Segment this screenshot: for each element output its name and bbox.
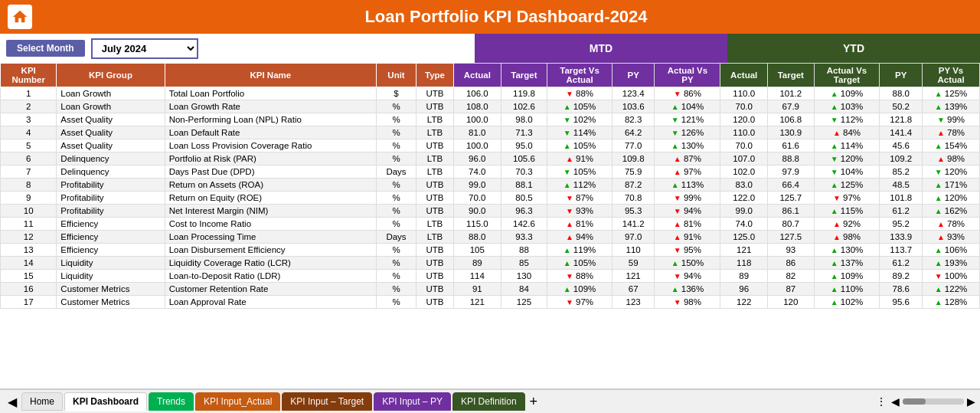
mtd-section-header: MTD	[590, 42, 612, 54]
cell-ytd-actual: 120.0	[720, 113, 768, 126]
cell-ytd-actual: 125.0	[720, 231, 768, 244]
cell-kpi-number: 6	[1, 152, 57, 166]
tab-kpi-definition[interactable]: KPI Definition	[452, 392, 525, 411]
up-arrow-icon: ▲	[833, 129, 841, 137]
cell-ytd-avst: ▲ 84%	[814, 126, 880, 139]
up-arrow-icon: ▲	[833, 220, 841, 228]
cell-ytd-actual: 96	[720, 283, 768, 296]
cell-mtd-target: 105.6	[501, 152, 547, 166]
cell-mtd-py: 121	[612, 270, 655, 283]
cell-unit: %	[377, 270, 416, 283]
cell-ytd-py: 61.2	[880, 205, 923, 218]
cell-ytd-pvsa: ▲ 171%	[923, 179, 980, 192]
up-arrow-icon: ▲	[564, 246, 571, 254]
cell-mtd-py: 70.8	[612, 192, 655, 205]
cell-mtd-actual: 88.0	[453, 231, 501, 244]
up-arrow-icon: ▲	[564, 103, 571, 111]
cell-kpi-name: Return on Assets (ROA)	[165, 179, 376, 192]
cell-kpi-number: 3	[1, 113, 57, 126]
cell-kpi-name: Total Loan Portfolio	[165, 87, 376, 100]
tab-kpi-input-actual[interactable]: KPI Input_Actual	[195, 392, 280, 411]
scroll-left-icon[interactable]: ◀	[891, 395, 900, 408]
up-arrow-icon: ▲	[831, 207, 838, 215]
cell-unit: %	[377, 139, 416, 152]
up-arrow-icon: ▲	[564, 259, 571, 267]
cell-unit: %	[377, 257, 416, 270]
cell-kpi-name: Days Past Due (DPD)	[165, 166, 376, 179]
data-table-container: KPINumber KPI Group KPI Name Unit Type A…	[0, 63, 980, 388]
cell-ytd-target: 61.6	[768, 139, 815, 152]
cell-mtd-tvsa: ▲ 105%	[547, 257, 612, 270]
cell-mtd-py: 67	[612, 283, 655, 296]
cell-mtd-actual: 115.0	[453, 218, 501, 231]
cell-mtd-py: 75.9	[612, 166, 655, 179]
up-arrow-icon: ▲	[671, 285, 679, 293]
cell-ytd-pvsa: ▲ 98%	[923, 152, 980, 166]
cell-ytd-avst: ▲ 103%	[814, 100, 880, 113]
cell-type: LTB	[416, 231, 454, 244]
cell-ytd-actual: 83.0	[720, 179, 768, 192]
month-dropdown[interactable]: July 2024	[91, 38, 198, 59]
ytd-section-header: YTD	[843, 42, 864, 54]
cell-mtd-tvsa: ▼ 97%	[547, 296, 612, 309]
up-arrow-icon: ▲	[831, 259, 838, 267]
cell-ytd-py: 113.7	[880, 244, 923, 257]
cell-kpi-number: 10	[1, 205, 57, 218]
cell-ytd-actual: 121	[720, 244, 768, 257]
col-mtd-avspy: Actual VsPY	[655, 64, 720, 87]
cell-mtd-actual: 100.0	[453, 113, 501, 126]
cell-kpi-name: Loan Default Rate	[165, 126, 376, 139]
up-arrow-icon: ▲	[831, 272, 838, 280]
cell-unit: %	[377, 205, 416, 218]
tab-add-button[interactable]: +	[527, 394, 541, 410]
cell-mtd-tvsa: ▼ 105%	[547, 166, 612, 179]
cell-kpi-number: 2	[1, 100, 57, 113]
scrollbar-area: ◀ ▶	[891, 395, 975, 408]
cell-mtd-actual: 70.0	[453, 192, 501, 205]
cell-type: LTB	[416, 166, 454, 179]
up-arrow-icon: ▲	[566, 233, 573, 241]
cell-ytd-actual: 118	[720, 257, 768, 270]
select-month-button[interactable]: Select Month	[6, 40, 85, 57]
up-arrow-icon: ▲	[935, 103, 942, 111]
cell-mtd-avspy: ▼ 94%	[655, 205, 720, 218]
tab-kpi-dashboard[interactable]: KPI Dashboard	[64, 392, 147, 411]
cell-ytd-py: 133.9	[880, 231, 923, 244]
up-arrow-icon: ▲	[831, 103, 838, 111]
tab-more-button[interactable]: ⋮	[873, 395, 890, 408]
table-row: 3 Asset Quality Non-Performing Loan (NPL…	[1, 113, 980, 126]
table-row: 7 Delinquency Days Past Due (DPD) Days L…	[1, 166, 980, 179]
up-arrow-icon: ▲	[935, 194, 942, 202]
scroll-right-icon[interactable]: ▶	[967, 395, 975, 408]
tab-home[interactable]: Home	[21, 392, 63, 411]
cell-kpi-name: Net Interest Margin (NIM)	[165, 205, 376, 218]
cell-ytd-target: 82	[768, 270, 815, 283]
col-ytd-pvsa: PY VsActual	[923, 64, 980, 87]
cell-mtd-actual: 114	[453, 270, 501, 283]
scrollbar-track[interactable]	[903, 398, 964, 405]
home-icon[interactable]	[8, 5, 32, 29]
cell-ytd-pvsa: ▲ 154%	[923, 139, 980, 152]
col-mtd-target: Target	[501, 64, 547, 87]
up-arrow-icon: ▲	[674, 168, 681, 176]
cell-mtd-actual: 121	[453, 296, 501, 309]
tab-kpi-input-py[interactable]: KPI Input – PY	[374, 392, 451, 411]
tab-kpi-input-target[interactable]: KPI Input – Target	[282, 392, 372, 411]
cell-mtd-avspy: ▼ 95%	[655, 244, 720, 257]
cell-mtd-py: 59	[612, 257, 655, 270]
cell-ytd-actual: 89	[720, 270, 768, 283]
cell-type: UTB	[416, 296, 454, 309]
col-ytd-py: PY	[880, 64, 923, 87]
down-arrow-icon: ▼	[671, 116, 679, 124]
tab-trends[interactable]: Trends	[149, 392, 194, 411]
cell-ytd-target: 67.9	[768, 100, 815, 113]
cell-ytd-avst: ▼ 120%	[814, 152, 880, 166]
cell-unit: %	[377, 244, 416, 257]
tab-prev-button[interactable]: ◀	[5, 395, 20, 409]
table-row: 15 Liquidity Loan-to-Deposit Ratio (LDR)…	[1, 270, 980, 283]
cell-ytd-actual: 122.0	[720, 192, 768, 205]
up-arrow-icon: ▲	[831, 181, 838, 189]
cell-mtd-target: 98.0	[501, 113, 547, 126]
cell-ytd-pvsa: ▼ 100%	[923, 270, 980, 283]
table-row: 1 Loan Growth Total Loan Portfolio $ UTB…	[1, 87, 980, 100]
